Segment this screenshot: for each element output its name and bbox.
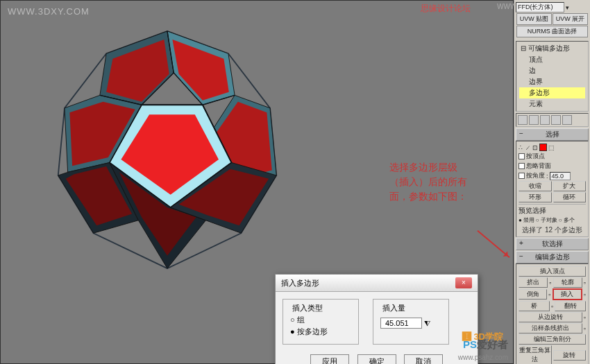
close-icon[interactable]: × <box>455 277 472 288</box>
uvw-map-button[interactable]: UVW 贴图 <box>516 13 552 25</box>
selection-rollout-header[interactable]: −选择 <box>516 128 589 141</box>
outline-button[interactable]: 轮廓 <box>553 277 582 288</box>
selection-count: 选择了 12 个多边形 <box>519 225 586 235</box>
stack-root[interactable]: ⊟ 可编辑多边形 <box>519 43 585 54</box>
dialog-title-text: 插入多边形 <box>281 278 319 288</box>
watermark-ps-url: www.psahz.com <box>458 354 508 361</box>
retri-button[interactable]: 重复三角算法 <box>519 345 552 364</box>
radio-by-polygon[interactable]: ● 按多边形 <box>290 327 351 337</box>
annotation-text: 选择多边形层级（插入）后的所有面，参数如下图： <box>389 160 473 204</box>
show-result-icon[interactable] <box>529 115 539 125</box>
shrink-button[interactable]: 收缩 <box>519 181 552 191</box>
stack-polygon[interactable]: 多边形 <box>519 87 585 98</box>
annotation-arrow-icon <box>477 230 509 258</box>
modifier-dropdown[interactable]: FFD(长方体) <box>516 2 564 12</box>
nurms-button[interactable]: NURMS 曲面选择 <box>516 26 588 37</box>
grow-button[interactable]: 扩大 <box>553 181 587 191</box>
watermark-top-right: 思缘设计论坛 <box>421 3 471 15</box>
inset-amount-input[interactable]: 45.051 <box>380 318 422 329</box>
turn-button[interactable]: 旋转 <box>553 350 587 361</box>
watermark-ps: PS爱好者 <box>463 338 508 352</box>
angle-input[interactable]: 45.0 <box>550 172 571 180</box>
extrude-button[interactable]: 挤出 <box>519 277 548 288</box>
modifier-stack[interactable]: ⊟ 可编辑多边形 顶点 边 边界 多边形 元素 <box>516 41 589 112</box>
stack-vertex[interactable]: 顶点 <box>519 54 585 65</box>
inset-amount-label: 插入量 <box>380 303 407 313</box>
ring-button[interactable]: 环形 <box>519 192 552 202</box>
edit-tri-button[interactable]: 编辑三角剖分 <box>519 334 586 345</box>
hinge-button[interactable]: 从边旋转 <box>519 312 582 322</box>
edit-poly-header[interactable]: −编辑多边形 <box>516 251 589 263</box>
stack-border[interactable]: 边界 <box>519 76 585 87</box>
config-icon[interactable] <box>562 115 572 125</box>
dodecahedron-model[interactable] <box>35 21 299 278</box>
dialog-titlebar[interactable]: 插入多边形 × <box>276 275 478 292</box>
unique-icon[interactable] <box>540 115 550 125</box>
inset-type-label: 插入类型 <box>290 303 325 313</box>
loop-button[interactable]: 循环 <box>553 192 587 202</box>
by-angle-checkbox[interactable] <box>519 173 525 179</box>
watermark-top-left: WWW.3DXY.COM <box>8 6 90 17</box>
flip-button[interactable]: 翻转 <box>555 301 586 311</box>
remove-mod-icon[interactable] <box>551 115 561 125</box>
stack-element[interactable]: 元素 <box>519 98 585 110</box>
command-panel: FFD(长方体)▾ UVW 贴图 UVW 展开 NURMS 曲面选择 ⊟ 可编辑… <box>514 0 590 364</box>
preview-label: 预览选择 <box>519 204 586 216</box>
inset-button[interactable]: 插入 <box>553 288 582 300</box>
inset-polygon-dialog: 插入多边形 × 插入类型 ○ 组 ● 按多边形 插入量 45.051 ⧨ 应用 … <box>275 274 478 364</box>
stack-toolbar <box>516 113 589 127</box>
stack-edge[interactable]: 边 <box>519 65 585 76</box>
cancel-button[interactable]: 取消 <box>404 354 443 364</box>
apply-button[interactable]: 应用 <box>310 354 349 364</box>
by-vertex-checkbox[interactable] <box>519 153 525 159</box>
extrude-spline-button[interactable]: 沿样条线挤出 <box>519 323 582 333</box>
pin-icon[interactable] <box>518 115 528 125</box>
radio-group[interactable]: ○ 组 <box>290 315 351 325</box>
insert-vertex-button[interactable]: 插入顶点 <box>519 266 586 277</box>
subobject-icons[interactable]: ∴ ⟋ ⊡ ⬚ <box>519 144 586 151</box>
bevel-button[interactable]: 倒角 <box>519 289 547 300</box>
soft-selection-header[interactable]: +软选择 <box>516 238 589 250</box>
bridge-button[interactable]: 桥 <box>519 301 550 311</box>
uvw-unwrap-button[interactable]: UVW 展开 <box>553 13 588 25</box>
polygon-mode-icon[interactable] <box>539 144 547 151</box>
ignore-back-checkbox[interactable] <box>519 163 525 169</box>
ok-button[interactable]: 确定 <box>357 354 396 364</box>
